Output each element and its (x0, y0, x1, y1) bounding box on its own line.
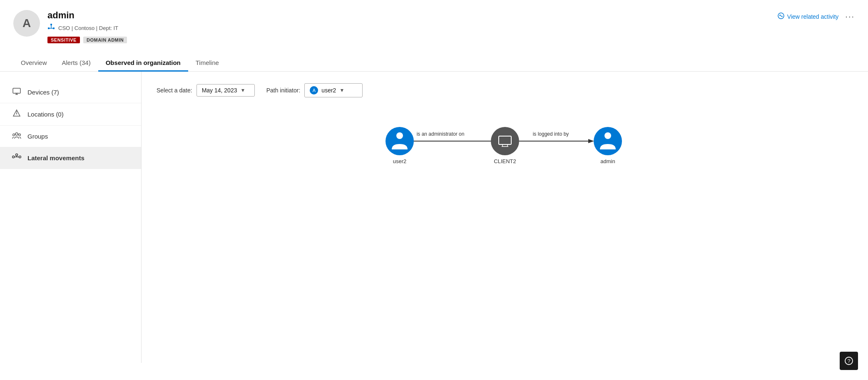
svg-point-13 (15, 133, 18, 135)
user-info: admin CSO | Contoso | Dept: IT SENSITIVE… (47, 10, 127, 43)
date-value: May 14, 2023 (202, 87, 237, 94)
badges: SENSITIVE DOMAIN ADMIN (47, 37, 127, 43)
locations-icon (12, 109, 22, 119)
path-select[interactable]: A user2 ▼ (304, 83, 363, 97)
edge-label-2: is logged into by (532, 131, 569, 137)
activity-icon (777, 12, 785, 21)
svg-rect-6 (13, 88, 20, 93)
client2-node[interactable] (491, 127, 519, 155)
date-chevron-icon: ▼ (240, 87, 245, 93)
view-activity-button[interactable]: View related activity (777, 12, 838, 21)
user2-label: user2 (393, 158, 406, 164)
org-icon (47, 23, 55, 32)
user-name: admin (47, 10, 127, 21)
path-chevron-icon: ▼ (339, 87, 344, 93)
user2-node[interactable] (386, 127, 414, 155)
svg-text:?: ? (847, 358, 850, 363)
sidebar-item-locations-label: Locations (0) (27, 111, 129, 118)
svg-point-25 (396, 132, 403, 139)
header-right: View related activity ··· (777, 12, 855, 21)
sidebar-item-lateral-label: Lateral movements (27, 154, 129, 161)
content: Devices (7) Locations (0) (0, 72, 868, 363)
user-meta-text: CSO | Contoso | Dept: IT (58, 25, 118, 31)
sidebar-item-devices-label: Devices (7) (27, 89, 129, 96)
sidebar: Devices (7) Locations (0) (0, 72, 142, 363)
sidebar-item-groups-label: Groups (27, 133, 129, 140)
date-select[interactable]: May 14, 2023 ▼ (196, 84, 255, 97)
main-panel: Select a date: May 14, 2023 ▼ Path initi… (142, 72, 868, 363)
svg-point-12 (16, 111, 17, 112)
tabs: Overview Alerts (34) Observed in organiz… (0, 47, 868, 72)
header: A admin CSO | Contoso | Dept: IT SENSITI… (0, 0, 868, 43)
badge-sensitive: SENSITIVE (47, 37, 80, 43)
tab-overview[interactable]: Overview (13, 55, 55, 72)
badge-domain: DOMAIN ADMIN (83, 37, 127, 43)
svg-point-15 (19, 134, 21, 136)
svg-point-16 (12, 156, 15, 158)
sidebar-item-groups[interactable]: Groups (0, 126, 141, 147)
admin-node[interactable] (594, 127, 622, 155)
svg-point-17 (19, 156, 21, 158)
path-filter-group: Path initiator: A user2 ▼ (266, 83, 363, 97)
graph-area: is an administrator on is logged into by… (157, 114, 853, 181)
svg-marker-24 (588, 139, 594, 143)
admin-label: admin (600, 158, 615, 164)
lateral-movement-graph: is an administrator on is logged into by… (376, 114, 634, 181)
sidebar-item-locations[interactable]: Locations (0) (0, 103, 141, 126)
client2-label: CLIENT2 (494, 158, 516, 164)
avatar: A (13, 10, 40, 37)
sidebar-item-lateral[interactable]: Lateral movements (0, 147, 141, 169)
filter-row: Select a date: May 14, 2023 ▼ Path initi… (157, 83, 853, 97)
svg-point-31 (604, 132, 611, 139)
path-value: user2 (321, 87, 336, 94)
sidebar-item-devices[interactable]: Devices (7) (0, 82, 141, 103)
devices-icon (12, 87, 22, 97)
tab-timeline[interactable]: Timeline (188, 55, 226, 72)
help-icon[interactable]: ? (840, 352, 858, 363)
tab-observed[interactable]: Observed in organization (98, 55, 188, 72)
groups-icon (12, 132, 22, 141)
lateral-icon (12, 153, 22, 163)
edge-label-1: is an administrator on (416, 131, 464, 137)
header-left: A admin CSO | Contoso | Dept: IT SENSITI… (13, 10, 127, 43)
svg-rect-0 (50, 24, 52, 25)
svg-point-18 (16, 154, 18, 156)
more-options-button[interactable]: ··· (845, 12, 855, 21)
date-filter-group: Select a date: May 14, 2023 ▼ (157, 84, 255, 97)
date-filter-label: Select a date: (157, 87, 192, 94)
tab-alerts[interactable]: Alerts (34) (55, 55, 98, 72)
svg-point-14 (13, 134, 15, 136)
path-filter-label: Path initiator: (266, 87, 301, 94)
user-meta: CSO | Contoso | Dept: IT (47, 23, 127, 32)
path-user-dot: A (310, 86, 318, 94)
view-activity-label: View related activity (787, 13, 838, 20)
